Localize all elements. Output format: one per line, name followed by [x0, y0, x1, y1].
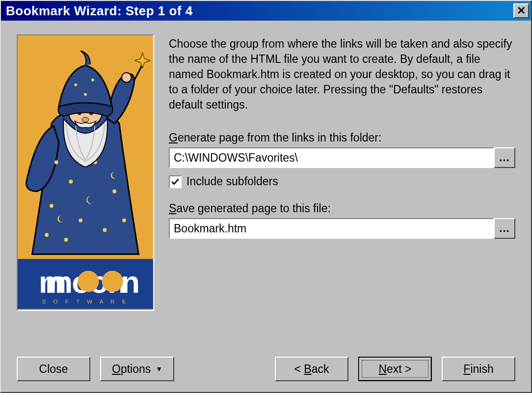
- svg-point-11: [45, 233, 49, 237]
- content-area: moon S O F T W A R E m n Choose the grou…: [1, 21, 531, 316]
- svg-point-4: [54, 160, 58, 164]
- back-button[interactable]: < Back: [275, 357, 348, 381]
- wizard-icon: moon S O F T W A R E m n: [18, 35, 153, 310]
- include-subfolders-row: Include subfolders: [169, 175, 515, 188]
- svg-point-20: [84, 93, 87, 96]
- svg-point-12: [122, 219, 126, 223]
- button-bar: Close Options ▼ < Back Next > Finish: [17, 357, 515, 381]
- svg-point-19: [91, 79, 94, 82]
- wizard-illustration: moon S O F T W A R E m n: [17, 34, 154, 311]
- description-text: Choose the group from where the links wi…: [169, 36, 515, 112]
- svg-text:m: m: [39, 265, 66, 299]
- window-title: Bookmark Wizard: Step 1 of 4: [6, 3, 193, 19]
- svg-point-18: [74, 84, 77, 86]
- dropdown-arrow-icon: ▼: [156, 365, 162, 373]
- svg-point-17: [82, 117, 89, 122]
- svg-point-13: [64, 238, 68, 242]
- svg-point-26: [102, 271, 123, 292]
- svg-point-3: [122, 73, 132, 83]
- form-area: Choose the group from where the links wi…: [169, 34, 515, 311]
- next-button[interactable]: Next >: [358, 357, 432, 381]
- svg-point-10: [103, 228, 106, 232]
- svg-point-8: [50, 204, 53, 208]
- options-button[interactable]: Options ▼: [100, 357, 174, 381]
- include-subfolders-label: Include subfolders: [186, 175, 278, 188]
- close-icon[interactable]: ✕: [513, 3, 529, 18]
- include-subfolders-checkbox[interactable]: [169, 175, 182, 188]
- save-input[interactable]: [169, 218, 494, 239]
- svg-point-7: [112, 190, 116, 194]
- checkmark-icon: [171, 177, 180, 186]
- close-button[interactable]: Close: [17, 357, 90, 381]
- svg-point-5: [69, 180, 73, 184]
- svg-point-9: [79, 219, 82, 223]
- folder-input[interactable]: [169, 147, 494, 168]
- wizard-window: Bookmark Wizard: Step 1 of 4 ✕: [0, 0, 532, 393]
- folder-label: Generate page from the links in this fol…: [169, 131, 515, 144]
- save-label: Save generated page to this file:: [169, 202, 515, 215]
- finish-button[interactable]: Finish: [442, 357, 515, 381]
- titlebar: Bookmark Wizard: Step 1 of 4 ✕: [1, 1, 531, 21]
- save-input-row: ...: [169, 218, 515, 239]
- svg-text:n: n: [121, 265, 140, 299]
- svg-point-25: [78, 271, 99, 292]
- browse-folder-button[interactable]: ...: [494, 147, 515, 168]
- browse-save-button[interactable]: ...: [494, 218, 515, 239]
- folder-input-row: ...: [169, 147, 515, 168]
